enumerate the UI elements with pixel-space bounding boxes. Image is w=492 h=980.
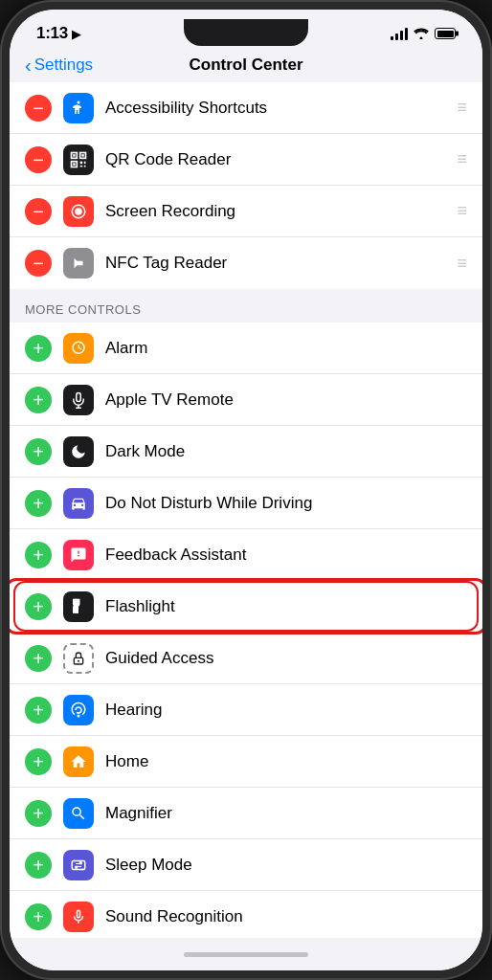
flashlight-label: Flashlight bbox=[105, 597, 467, 616]
sound-recognition-icon bbox=[63, 902, 94, 932]
hearing-label: Hearing bbox=[105, 701, 467, 720]
qr-code-icon bbox=[63, 145, 94, 175]
add-guided-access-button[interactable]: + bbox=[25, 645, 52, 672]
svg-rect-2 bbox=[73, 154, 76, 157]
page-title: Control Center bbox=[190, 56, 303, 75]
add-apple-tv-button[interactable]: + bbox=[25, 387, 52, 413]
svg-rect-9 bbox=[80, 165, 83, 167]
dark-mode-icon bbox=[63, 436, 94, 467]
list-item: + Sound Recognition bbox=[10, 891, 482, 938]
back-button[interactable]: ‹ Settings bbox=[25, 56, 93, 75]
sound-recognition-label: Sound Recognition bbox=[105, 907, 467, 926]
home-bar bbox=[184, 952, 308, 957]
reorder-icon[interactable]: ≡ bbox=[457, 98, 467, 118]
flashlight-list-item: + Flashlight bbox=[10, 581, 482, 633]
back-chevron-icon: ‹ bbox=[25, 56, 32, 75]
signal-icon bbox=[391, 27, 408, 40]
magnifier-label: Magnifier bbox=[105, 804, 467, 823]
svg-point-18 bbox=[78, 659, 79, 661]
list-item: − Screen Recording ≡ bbox=[10, 186, 482, 237]
add-hearing-button[interactable]: + bbox=[25, 697, 52, 724]
add-dark-mode-button[interactable]: + bbox=[25, 438, 52, 465]
nfc-icon bbox=[63, 248, 94, 278]
status-time: 1:13 bbox=[36, 24, 68, 43]
accessibility-icon bbox=[63, 93, 94, 123]
list-item: + Home bbox=[10, 736, 482, 788]
add-alarm-button[interactable]: + bbox=[25, 335, 52, 362]
magnifier-icon bbox=[63, 798, 94, 829]
nav-bar: ‹ Settings Control Center bbox=[10, 52, 482, 82]
flashlight-icon bbox=[63, 591, 94, 622]
list-item: + Apple TV Remote bbox=[10, 374, 482, 426]
svg-rect-7 bbox=[80, 161, 83, 164]
svg-rect-20 bbox=[72, 860, 85, 869]
home-label: Home bbox=[105, 752, 467, 771]
navigation-arrow-icon: ▶ bbox=[72, 27, 81, 41]
battery-icon bbox=[435, 28, 456, 39]
back-label: Settings bbox=[34, 56, 93, 75]
add-flashlight-button[interactable]: + bbox=[25, 593, 52, 620]
add-feedback-button[interactable]: + bbox=[25, 542, 52, 568]
hearing-icon bbox=[63, 695, 94, 725]
svg-rect-13 bbox=[77, 392, 81, 401]
add-sleep-mode-button[interactable]: + bbox=[25, 852, 52, 879]
screen: 1:13 ▶ bbox=[10, 10, 482, 970]
screen-recording-icon bbox=[63, 196, 94, 227]
home-indicator bbox=[10, 938, 482, 970]
dnd-driving-label: Do Not Disturb While Driving bbox=[105, 494, 467, 513]
add-sound-recognition-button[interactable]: + bbox=[25, 903, 52, 930]
list-item: + Alarm bbox=[10, 323, 482, 374]
svg-rect-8 bbox=[84, 161, 86, 164]
included-controls-section: − Accessibility Shortcuts ≡ − bbox=[10, 82, 482, 289]
reorder-icon[interactable]: ≡ bbox=[457, 254, 467, 274]
svg-rect-6 bbox=[73, 163, 76, 166]
guided-access-label: Guided Access bbox=[105, 649, 467, 668]
alarm-icon bbox=[63, 333, 94, 364]
qr-label: QR Code Reader bbox=[105, 150, 449, 169]
svg-point-11 bbox=[75, 208, 82, 215]
svg-rect-4 bbox=[81, 154, 84, 157]
apple-tv-icon bbox=[63, 385, 94, 415]
sleep-mode-icon bbox=[63, 850, 94, 880]
list-item: − bbox=[10, 134, 482, 186]
more-controls-section: + Alarm + bbox=[10, 323, 482, 938]
status-icons bbox=[391, 27, 456, 40]
dnd-driving-icon bbox=[63, 488, 94, 519]
list-item: + Dark Mode bbox=[10, 426, 482, 478]
phone-frame: 1:13 ▶ bbox=[0, 0, 492, 980]
list-item: + Do Not Disturb While Driving bbox=[10, 478, 482, 529]
list-item: + Feedback Assistant bbox=[10, 529, 482, 581]
list-item: − Accessibility Shortcuts ≡ bbox=[10, 82, 482, 134]
remove-screen-recording-button[interactable]: − bbox=[25, 198, 52, 225]
svg-point-19 bbox=[78, 714, 80, 717]
feedback-label: Feedback Assistant bbox=[105, 546, 467, 565]
remove-qr-button[interactable]: − bbox=[25, 146, 52, 173]
list-item: + Guided Access bbox=[10, 633, 482, 684]
add-home-button[interactable]: + bbox=[25, 748, 52, 775]
svg-rect-10 bbox=[84, 165, 86, 167]
guided-access-icon bbox=[63, 643, 94, 674]
reorder-icon[interactable]: ≡ bbox=[457, 201, 467, 221]
svg-point-0 bbox=[78, 100, 80, 103]
wifi-icon bbox=[414, 28, 429, 39]
sleep-mode-label: Sleep Mode bbox=[105, 856, 467, 875]
reorder-icon[interactable]: ≡ bbox=[457, 149, 467, 169]
screen-recording-label: Screen Recording bbox=[105, 202, 449, 221]
list-item: + Hearing bbox=[10, 684, 482, 736]
apple-tv-label: Apple TV Remote bbox=[105, 390, 467, 410]
list-item: + Sleep Mode bbox=[10, 839, 482, 891]
remove-accessibility-button[interactable]: − bbox=[25, 95, 52, 122]
dark-mode-label: Dark Mode bbox=[105, 442, 467, 461]
list-item: + Magnifier bbox=[10, 788, 482, 839]
phone-inner: 1:13 ▶ bbox=[10, 10, 482, 970]
more-controls-header: MORE CONTROLS bbox=[10, 289, 482, 323]
accessibility-label: Accessibility Shortcuts bbox=[105, 99, 449, 118]
home-icon bbox=[63, 746, 94, 777]
feedback-icon bbox=[63, 540, 94, 570]
alarm-label: Alarm bbox=[105, 339, 467, 358]
add-magnifier-button[interactable]: + bbox=[25, 800, 52, 827]
add-dnd-driving-button[interactable]: + bbox=[25, 490, 52, 517]
nfc-label: NFC Tag Reader bbox=[105, 254, 449, 273]
remove-nfc-button[interactable]: − bbox=[25, 250, 52, 277]
notch bbox=[184, 19, 308, 46]
